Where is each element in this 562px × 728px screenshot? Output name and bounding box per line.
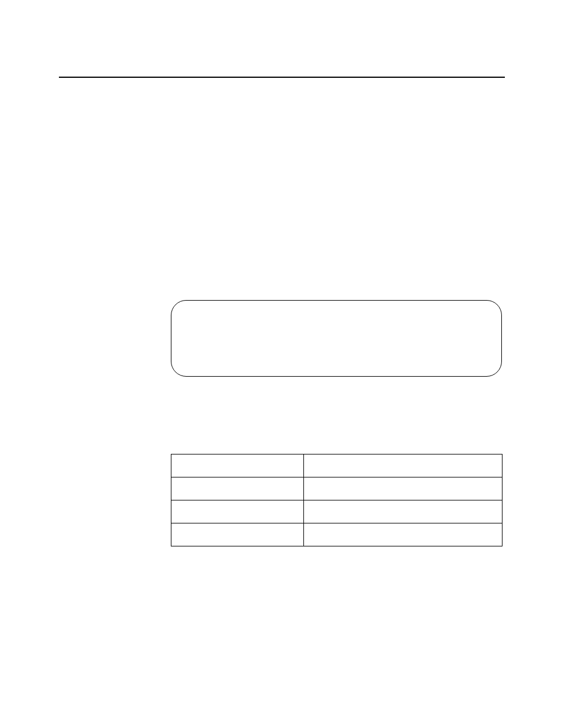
table-cell (304, 523, 503, 546)
header-rule (59, 77, 505, 78)
table-row (171, 477, 503, 500)
document-page (0, 0, 562, 728)
note-box (171, 300, 502, 377)
table-cell (304, 477, 503, 500)
table-header-cell (171, 454, 304, 477)
parameter-table (171, 454, 503, 546)
table-cell (171, 523, 304, 546)
table-header-cell (304, 454, 503, 477)
table-cell (171, 477, 304, 500)
table-header-row (171, 454, 503, 477)
table-cell (304, 500, 503, 523)
table-row (171, 523, 503, 546)
table-row (171, 500, 503, 523)
table-cell (171, 500, 304, 523)
